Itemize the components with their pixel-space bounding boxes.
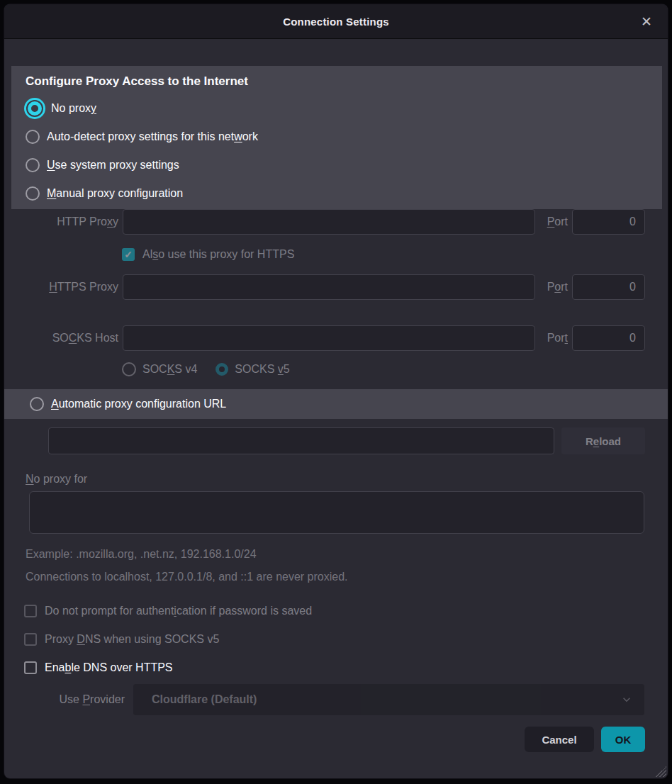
reload-button: Reload — [561, 427, 645, 454]
checkbox-proxy-dns: Proxy DNS when using SOCKS v5 — [24, 633, 668, 646]
radio-label: Use system proxy settings — [47, 159, 179, 172]
https-proxy-input — [123, 274, 535, 300]
chevron-down-icon — [622, 695, 632, 705]
radio-button-icon — [30, 397, 44, 411]
radio-button-icon — [122, 362, 136, 376]
automatic-url-input — [48, 427, 554, 454]
checkbox-unchecked-icon — [24, 661, 37, 674]
https-proxy-label: HTTPS Proxy — [11, 281, 118, 293]
no-proxy-for-section: No proxy for Example: .mozilla.org, .net… — [4, 473, 668, 583]
provider-dropdown: Cloudflare (Default) — [133, 684, 644, 715]
socks-host-row: SOCKS Host Port — [11, 325, 645, 351]
ok-button[interactable]: OK — [601, 727, 645, 752]
radio-label: SOCKS v4 — [142, 363, 197, 376]
cancel-button[interactable]: Cancel — [525, 727, 594, 752]
localhost-note-text: Connections to localhost, 127.0.0.1/8, a… — [26, 571, 646, 583]
https-port-input — [572, 274, 645, 300]
checkbox-no-prompt-auth: Do not prompt for authentication if pass… — [24, 605, 668, 617]
https-proxy-row: HTTPS Proxy Port — [11, 274, 645, 300]
proxy-mode-group: Configure Proxy Access to the Internet N… — [11, 66, 662, 209]
no-proxy-for-label: No proxy for — [26, 473, 668, 486]
doh-provider-row: Use Provider Cloudflare (Default) — [4, 684, 644, 715]
radio-button-icon — [215, 363, 228, 376]
radio-label: Auto-detect proxy settings for this netw… — [47, 130, 258, 143]
provider-selected-value: Cloudflare (Default) — [152, 693, 622, 706]
socks-host-label: SOCKS Host — [11, 332, 118, 345]
checkbox-unchecked-icon — [24, 605, 37, 617]
connection-settings-dialog: Connection Settings ✕ Configure Proxy Ac… — [4, 4, 668, 778]
checkbox-unchecked-icon — [24, 633, 37, 646]
checkbox-enable-doh[interactable]: Enable DNS over HTTPS — [24, 661, 668, 674]
socks-port-input — [572, 325, 645, 351]
radio-button-icon — [26, 158, 40, 172]
close-icon[interactable]: ✕ — [638, 13, 655, 30]
manual-proxy-section: HTTP Proxy Port ✓ Also use this proxy fo… — [4, 209, 668, 378]
socks-host-input — [123, 325, 535, 351]
dialog-footer: Cancel OK — [4, 727, 645, 752]
checkbox-label: Proxy DNS when using SOCKS v5 — [45, 633, 219, 646]
dialog-title: Connection Settings — [283, 16, 389, 28]
http-port-input — [572, 209, 645, 235]
use-provider-label: Use Provider — [4, 693, 125, 706]
http-port-label: Port — [539, 215, 568, 228]
radio-socks-v4: SOCKS v4 — [122, 362, 197, 376]
checkbox-checked-icon: ✓ — [122, 248, 135, 261]
automatic-url-controls: Reload — [4, 427, 668, 454]
radio-button-icon — [28, 101, 42, 116]
http-proxy-input — [123, 209, 535, 235]
http-proxy-label: HTTP Proxy — [11, 215, 118, 228]
group-heading: Configure Proxy Access to the Internet — [26, 74, 662, 89]
socks-version-row: SOCKS v4 SOCKS v5 — [122, 361, 668, 378]
https-port-label: Port — [539, 281, 568, 293]
radio-socks-v5: SOCKS v5 — [215, 363, 289, 376]
http-proxy-row: HTTP Proxy Port — [11, 209, 645, 235]
radio-system-proxy[interactable]: Use system proxy settings — [26, 151, 662, 179]
share-proxy-checkbox-row: ✓ Also use this proxy for HTTPS — [122, 246, 668, 263]
radio-label: Automatic proxy configuration URL — [51, 398, 226, 410]
resize-grip[interactable] — [656, 766, 666, 777]
radio-label: SOCKS v5 — [235, 363, 289, 376]
checkbox-label: Do not prompt for authentication if pass… — [45, 605, 312, 617]
share-proxy-label: Also use this proxy for HTTPS — [142, 248, 294, 261]
radio-button-icon — [26, 130, 40, 144]
socks-port-label: Port — [539, 332, 568, 345]
checkbox-label: Enable DNS over HTTPS — [45, 661, 173, 674]
no-proxy-example-text: Example: .mozilla.org, .net.nz, 192.168.… — [26, 548, 646, 561]
automatic-url-row: Reload — [48, 427, 645, 454]
radio-automatic-url[interactable]: Automatic proxy configuration URL — [4, 389, 668, 419]
radio-label: Manual proxy configuration — [47, 187, 183, 200]
radio-no-proxy[interactable]: No proxy — [26, 94, 662, 123]
radio-label: No proxy — [51, 102, 96, 115]
no-proxy-for-textarea — [29, 491, 644, 534]
radio-manual-proxy[interactable]: Manual proxy configuration — [26, 179, 662, 208]
radio-auto-detect[interactable]: Auto-detect proxy settings for this netw… — [26, 123, 662, 151]
dialog-titlebar: Connection Settings ✕ — [4, 4, 668, 39]
radio-button-icon — [26, 186, 40, 201]
